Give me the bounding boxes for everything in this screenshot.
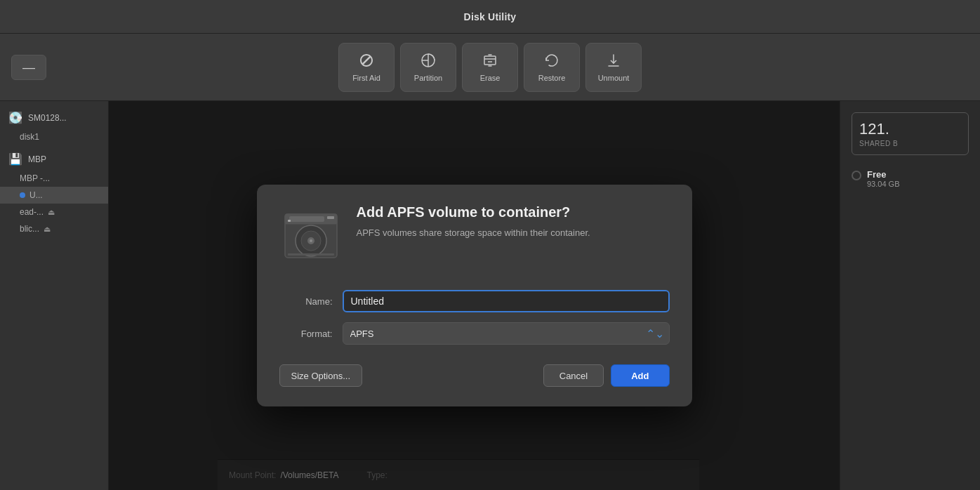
- dialog-subtitle: APFS volumes share storage space within …: [357, 226, 590, 240]
- free-label: Free: [867, 169, 899, 180]
- free-radio: [852, 171, 861, 180]
- disk-icon: 💽: [8, 111, 22, 124]
- size-options-button[interactable]: Size Options...: [279, 364, 363, 387]
- format-row: Format: APFS APFS (Encrypted) APFS (Case…: [279, 322, 670, 345]
- sidebar-item-blic[interactable]: blic... ⏏: [0, 220, 108, 237]
- free-info: Free 93.04 GB: [867, 169, 899, 188]
- unmount-label: Unmount: [598, 74, 630, 82]
- first-aid-button[interactable]: First Aid: [338, 43, 395, 92]
- sidebar-item-mbp[interactable]: 💾 MBP: [0, 145, 108, 170]
- title-bar: Disk Utility: [0, 0, 980, 34]
- mbp-disk-icon: 💾: [8, 152, 22, 166]
- partition-icon: [420, 52, 437, 71]
- dialog-title: Add APFS volume to container?: [357, 204, 590, 220]
- dialog-header-text: Add APFS volume to container? APFS volum…: [357, 204, 590, 240]
- partition-label: Partition: [414, 74, 442, 82]
- sidebar-item-untitled[interactable]: U...: [0, 187, 108, 204]
- sidebar-untitled-label: U...: [29, 190, 43, 200]
- name-input[interactable]: [343, 290, 670, 312]
- first-aid-icon: [358, 52, 375, 71]
- cancel-button[interactable]: Cancel: [543, 364, 604, 387]
- storage-display: 121. SHARED B: [852, 112, 969, 155]
- minus-icon: —: [22, 60, 35, 75]
- format-select-wrapper: APFS APFS (Encrypted) APFS (Case-sensiti…: [343, 322, 670, 345]
- sidebar-item-read[interactable]: ead-... ⏏: [0, 204, 108, 220]
- format-select[interactable]: APFS APFS (Encrypted) APFS (Case-sensiti…: [343, 322, 670, 345]
- right-panel: 121. SHARED B Free 93.04 GB: [840, 101, 980, 490]
- sidebar-item-disk1[interactable]: 💽 SM0128...: [0, 107, 108, 128]
- restore-label: Restore: [538, 74, 566, 82]
- dialog: Add APFS volume to container? APFS volum…: [257, 185, 692, 406]
- free-size: 93.04 GB: [867, 180, 899, 188]
- svg-rect-1: [484, 56, 496, 65]
- sidebar-item-mbp-sub[interactable]: MBP -...: [0, 170, 108, 187]
- shared-label: SHARED B: [859, 140, 961, 147]
- sidebar: 💽 SM0128... disk1 💾 MBP MBP -... U... ea…: [0, 101, 109, 490]
- content-area: Add APFS volume to container? APFS volum…: [109, 101, 840, 490]
- dialog-form: Name: Format: APFS APFS (Encrypted) APFS…: [279, 290, 670, 345]
- partition-button[interactable]: Partition: [400, 43, 456, 92]
- unmount-icon: [605, 52, 622, 71]
- svg-rect-7: [289, 216, 324, 222]
- free-section: Free 93.04 GB: [852, 169, 969, 188]
- minus-button[interactable]: —: [11, 55, 46, 80]
- eject-icon-blic[interactable]: ⏏: [44, 225, 51, 234]
- sidebar-mbp-label: MBP: [28, 154, 100, 164]
- sidebar-blic-label: blic...: [20, 224, 39, 234]
- svg-rect-8: [327, 216, 334, 219]
- sidebar-item-disk1-sub[interactable]: disk1: [0, 128, 108, 145]
- dialog-header: Add APFS volume to container? APFS volum…: [279, 204, 670, 267]
- svg-point-12: [310, 239, 312, 242]
- unmount-button[interactable]: Unmount: [585, 43, 642, 92]
- svg-rect-14: [288, 220, 291, 222]
- app-title: Disk Utility: [464, 11, 517, 22]
- eject-icon-read[interactable]: ⏏: [48, 208, 55, 217]
- erase-icon: [482, 52, 498, 71]
- first-aid-label: First Aid: [352, 74, 380, 82]
- dialog-disk-image: [279, 204, 343, 267]
- toolbar-left: —: [11, 34, 46, 101]
- name-label: Name:: [279, 296, 343, 307]
- sidebar-disk1sub-label: disk1: [20, 132, 39, 142]
- storage-number: 121.: [859, 120, 961, 138]
- dialog-buttons: Size Options... Cancel Add: [279, 364, 670, 387]
- toolbar: — First Aid Partition: [0, 34, 980, 101]
- erase-button[interactable]: Erase: [462, 43, 518, 92]
- restore-button[interactable]: Restore: [524, 43, 580, 92]
- sidebar-disk1-label: SM0128...: [28, 113, 100, 123]
- svg-rect-13: [288, 253, 334, 256]
- sidebar-read-label: ead-...: [20, 207, 44, 217]
- sidebar-mbpsub-label: MBP -...: [20, 173, 50, 183]
- format-label: Format:: [279, 329, 343, 339]
- add-button[interactable]: Add: [611, 364, 669, 387]
- action-buttons: Cancel Add: [543, 364, 670, 387]
- dialog-overlay: Add APFS volume to container? APFS volum…: [109, 101, 840, 490]
- name-row: Name:: [279, 290, 670, 312]
- erase-label: Erase: [480, 74, 501, 82]
- untitled-dot: [20, 192, 25, 198]
- main-area: 💽 SM0128... disk1 💾 MBP MBP -... U... ea…: [0, 101, 980, 490]
- restore-icon: [543, 52, 560, 71]
